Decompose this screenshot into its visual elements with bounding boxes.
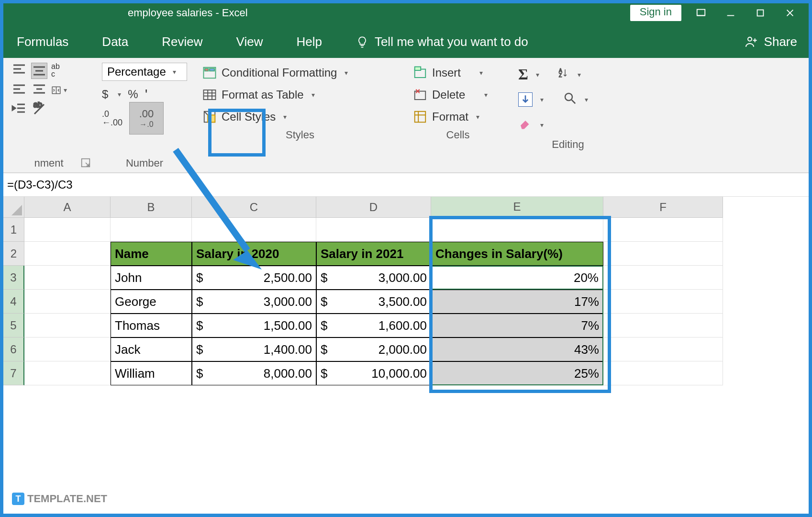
cell[interactable] (603, 290, 723, 314)
col-header-f[interactable]: F (603, 197, 723, 218)
table-cell-change[interactable]: 20% (431, 266, 603, 290)
share-icon (744, 34, 759, 49)
dialog-launcher-icon[interactable] (81, 158, 90, 168)
cell[interactable] (603, 337, 723, 361)
row-header-3[interactable]: 3 (3, 266, 24, 290)
row-header-6[interactable]: 6 (3, 337, 24, 361)
table-header[interactable]: Changes in Salary(%) (431, 242, 603, 266)
conditional-formatting-button[interactable]: Conditional Formatting▾ (202, 66, 398, 80)
align-middle-icon[interactable] (31, 63, 47, 79)
cell[interactable] (603, 242, 723, 266)
table-cell-salary2020[interactable]: $3,000.00 (192, 290, 316, 314)
cell[interactable] (603, 314, 723, 337)
row-header-2[interactable]: 2 (3, 242, 24, 266)
tab-formulas[interactable]: Formulas (17, 34, 68, 58)
conditional-formatting-icon (202, 66, 217, 80)
svg-rect-27 (210, 68, 214, 71)
cell[interactable] (24, 290, 111, 314)
svg-point-43 (565, 93, 572, 101)
delete-cells-button[interactable]: Delete ▾ (413, 88, 503, 102)
tab-data[interactable]: Data (102, 34, 128, 58)
row-headers: 1 2 3 4 5 6 7 (3, 218, 24, 409)
table-cell-salary2020[interactable]: $1,500.00 (192, 314, 316, 337)
wrap-text-button[interactable]: ab c (51, 63, 60, 79)
number-format-dropdown[interactable]: Percentage▾ (102, 63, 187, 81)
svg-rect-28 (204, 90, 216, 100)
cell[interactable] (603, 266, 723, 290)
table-cell-change[interactable]: 43% (431, 337, 603, 361)
close-icon[interactable] (780, 6, 800, 20)
table-cell-salary2021[interactable]: $2,000.00 (316, 337, 431, 361)
cell[interactable] (316, 218, 431, 242)
fill-button[interactable] (518, 92, 533, 107)
table-cell-change[interactable]: 7% (431, 314, 603, 337)
align-left-icon[interactable] (11, 82, 27, 98)
decrease-decimal-button[interactable]: .00 →.0 (129, 102, 164, 135)
row-header-1[interactable]: 1 (3, 218, 24, 242)
formula-bar[interactable]: =(D3-C3)/C3 (3, 173, 809, 197)
autosum-button[interactable]: Σ (518, 66, 528, 83)
table-cell-name[interactable]: Jack (111, 337, 192, 361)
col-header-a[interactable]: A (24, 197, 111, 218)
grid[interactable]: NameSalary in 2020Salary in 2021Changes … (24, 218, 723, 409)
increase-decimal-button[interactable]: .0←.00 (102, 110, 122, 127)
svg-rect-0 (697, 10, 705, 16)
col-header-e[interactable]: E (431, 197, 603, 218)
table-cell-salary2021[interactable]: $3,500.00 (316, 290, 431, 314)
format-as-table-button[interactable]: Format as Table▾ (202, 88, 398, 102)
tab-review[interactable]: Review (162, 34, 202, 58)
cell[interactable] (603, 218, 723, 242)
decrease-indent-icon[interactable] (11, 101, 27, 117)
table-cell-salary2020[interactable]: $8,000.00 (192, 361, 316, 385)
table-cell-change[interactable]: 17% (431, 290, 603, 314)
table-cell-salary2021[interactable]: $10,000.00 (316, 361, 431, 385)
find-select-button[interactable] (563, 91, 577, 108)
table-cell-salary2021[interactable]: $3,000.00 (316, 266, 431, 290)
minimize-icon[interactable] (721, 6, 741, 20)
maximize-icon[interactable] (750, 6, 770, 20)
cell[interactable] (24, 337, 111, 361)
insert-icon (413, 66, 427, 80)
table-header[interactable]: Salary in 2021 (316, 242, 431, 266)
align-center-icon[interactable] (31, 82, 47, 98)
col-header-d[interactable]: D (316, 197, 431, 218)
table-cell-name[interactable]: Thomas (111, 314, 192, 337)
cell[interactable] (431, 218, 603, 242)
tab-view[interactable]: View (236, 34, 263, 58)
format-cells-button[interactable]: Format▾ (413, 110, 503, 124)
align-top-icon[interactable] (11, 63, 27, 79)
percent-format-button[interactable]: % (128, 88, 138, 101)
accounting-format-button[interactable]: $ (102, 88, 108, 101)
sort-filter-button[interactable]: AZ (558, 67, 570, 82)
row-header-5[interactable]: 5 (3, 314, 24, 337)
sign-in-button[interactable]: Sign in (630, 5, 681, 21)
tell-me-search[interactable]: Tell me what you want to do (356, 34, 528, 58)
magnifier-icon (563, 91, 577, 105)
share-button[interactable]: Share (744, 34, 809, 58)
svg-line-44 (572, 100, 576, 104)
cell[interactable] (24, 266, 111, 290)
table-cell-salary2021[interactable]: $1,600.00 (316, 314, 431, 337)
cell[interactable] (24, 314, 111, 337)
cell[interactable] (603, 361, 723, 385)
cell[interactable] (24, 242, 111, 266)
row-header-4[interactable]: 4 (3, 290, 24, 314)
cell[interactable] (24, 361, 111, 385)
worksheet[interactable]: A B C D E F 1 2 3 4 5 6 7 NameSalary in … (3, 197, 809, 409)
select-all-corner[interactable] (3, 197, 24, 218)
table-cell-salary2020[interactable]: $1,400.00 (192, 337, 316, 361)
table-cell-change[interactable]: 25% (431, 361, 603, 385)
row-header-7[interactable]: 7 (3, 361, 24, 385)
comma-format-button[interactable]: ' (145, 86, 148, 102)
tab-help[interactable]: Help (296, 34, 322, 58)
table-cell-name[interactable]: George (111, 290, 192, 314)
cells-group-label: Cells (413, 124, 503, 144)
clear-button[interactable] (518, 116, 533, 134)
table-cell-name[interactable]: William (111, 361, 192, 385)
merge-cells-icon[interactable]: ▾ (51, 82, 67, 98)
ribbon-display-icon[interactable] (691, 6, 711, 20)
orientation-icon[interactable]: ab (31, 101, 47, 117)
insert-cells-button[interactable]: Insert ▾ (413, 66, 503, 80)
template-logo-icon: T (12, 493, 24, 505)
cell[interactable] (24, 218, 111, 242)
